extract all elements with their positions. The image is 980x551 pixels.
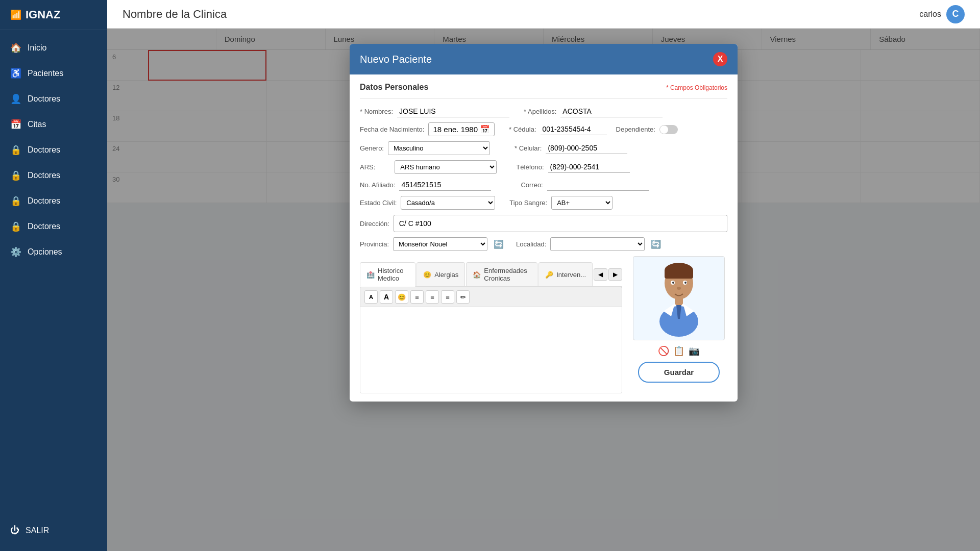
clinic-name: Nombre de la Clinica — [122, 8, 227, 21]
tab-interven[interactable]: 🔑 Interven... — [538, 262, 593, 286]
form-row-direccion: Dirección: — [360, 215, 727, 232]
lock3-icon: 🔒 — [10, 195, 21, 207]
sidebar-item-pacientes[interactable]: ♿ Pacientes — [0, 61, 107, 86]
sidebar-label-citas: Citas — [28, 120, 46, 129]
sidebar-item-salir[interactable]: ⏻ SALIR — [10, 520, 97, 541]
modal-close-button[interactable]: X — [713, 52, 727, 66]
fecha-input[interactable]: 18 ene. 1980 📅 — [428, 122, 495, 136]
apellidos-input[interactable] — [560, 106, 663, 117]
modal-title: Nuevo Paciente — [360, 54, 432, 65]
fecha-value: 18 ene. 1980 — [433, 125, 478, 134]
provincia-label: Provincia: — [360, 240, 389, 248]
sidebar: 📶 IGNAZ 🏠 Inicio ♿ Pacientes 👤 Doctores … — [0, 0, 107, 551]
fecha-label: Fecha de Nacimiento: — [360, 126, 424, 133]
sidebar-label-opciones: Opciones — [28, 247, 62, 257]
localidad-select[interactable] — [550, 237, 645, 251]
modal-body: Datos Personales * Campos Obligatorios *… — [350, 74, 738, 402]
dependiente-toggle[interactable] — [659, 125, 678, 134]
sidebar-label-salir: SALIR — [26, 526, 49, 535]
svg-rect-2 — [665, 269, 693, 279]
user-section: carlos C — [919, 5, 965, 23]
doctores1-icon: 👤 — [10, 93, 21, 105]
sidebar-item-opciones[interactable]: ⚙️ Opciones — [0, 239, 107, 265]
toolbar-font-size-btn[interactable]: A — [380, 290, 393, 304]
lock2-icon: 🔒 — [10, 170, 21, 181]
afiliado-input[interactable] — [399, 179, 491, 191]
sidebar-item-doctores1[interactable]: 👤 Doctores — [0, 86, 107, 112]
toolbar-align-right-btn[interactable]: ≡ — [441, 290, 454, 304]
home-icon: 🏠 — [10, 42, 21, 54]
sidebar-item-doctores5[interactable]: 🔒 Doctores — [0, 214, 107, 239]
sidebar-label-inicio: Inicio — [28, 43, 46, 53]
tabs-bar: 🏥 Historico Medico 😊 Alergias 🏠 Enferme — [360, 262, 622, 287]
lock1-icon: 🔒 — [10, 144, 21, 156]
provincia-select[interactable]: Monseñor Nouel — [393, 237, 487, 251]
estado-label: Estado Civil: — [360, 199, 397, 207]
calendar-area: Domingo Lunes Martes Miércoles Jueves Vi… — [107, 29, 980, 551]
estado-civil-select[interactable]: Casado/a Soltero/a Divorciado/a — [401, 196, 495, 210]
toolbar-align-left-btn[interactable]: ≡ — [410, 290, 424, 304]
tab-historico-icon: 🏥 — [366, 271, 375, 279]
toolbar-pencil-btn[interactable]: ✏ — [456, 290, 470, 304]
ars-select[interactable]: ARS humano — [395, 160, 497, 174]
tab-nav-left[interactable]: ◀ — [594, 268, 607, 281]
tab-alergias-icon: 😊 — [423, 271, 431, 279]
form-row-fecha: Fecha de Nacimiento: 18 ene. 1980 📅 * Cé… — [360, 122, 727, 136]
gear-icon: ⚙️ — [10, 246, 21, 258]
username: carlos — [919, 10, 941, 19]
toolbar-emoji-btn[interactable]: 😊 — [395, 290, 408, 304]
citas-icon: 📅 — [10, 119, 21, 130]
modal-header: Nuevo Paciente X — [350, 44, 738, 74]
sidebar-item-inicio[interactable]: 🏠 Inicio — [0, 35, 107, 61]
svg-point-6 — [684, 282, 687, 284]
photo-camera-btn[interactable]: 📷 — [689, 345, 700, 357]
editor-area[interactable] — [360, 307, 622, 393]
provincia-refresh-icon[interactable]: 🔄 — [494, 239, 504, 249]
nombres-input[interactable] — [397, 106, 509, 117]
sidebar-label-doctores2: Doctores — [28, 145, 60, 155]
tab-nav-right[interactable]: ▶ — [608, 268, 622, 281]
pacientes-icon: ♿ — [10, 68, 21, 79]
tipo-sangre-select[interactable]: AB+ A+ B+ O+ — [551, 196, 612, 210]
tab-alergias-label: Alergias — [434, 271, 458, 279]
toolbar-font-btn[interactable]: A — [364, 290, 378, 304]
telefono-input[interactable] — [548, 161, 630, 173]
sidebar-item-citas[interactable]: 📅 Citas — [0, 112, 107, 137]
celular-input[interactable] — [546, 142, 627, 154]
sidebar-logo: 📶 IGNAZ — [0, 0, 107, 30]
correo-label: Correo: — [521, 181, 543, 189]
form-row-nombres: * Nombres: * Apellidos: — [360, 106, 727, 117]
tab-alergias[interactable]: 😊 Alergias — [416, 262, 465, 286]
form-row-afiliado: No. Afiliado: Correo: — [360, 179, 727, 191]
photo-edit-btn[interactable]: 📋 — [673, 345, 684, 357]
photo-delete-btn[interactable]: 🚫 — [658, 345, 669, 357]
tab-enfermedades-label: Enfermedades Cronicas — [484, 267, 531, 282]
sidebar-item-doctores3[interactable]: 🔒 Doctores — [0, 163, 107, 188]
nuevo-paciente-modal: Nuevo Paciente X Datos Personales * Camp… — [350, 44, 738, 402]
avatar-svg — [643, 260, 715, 337]
modal-overlay: Nuevo Paciente X Datos Personales * Camp… — [107, 29, 980, 551]
calendar-icon[interactable]: 📅 — [480, 124, 490, 134]
tab-historico[interactable]: 🏥 Historico Medico — [360, 262, 415, 287]
tab-interven-label: Interven... — [556, 271, 586, 279]
save-button[interactable]: Guardar — [638, 362, 720, 383]
localidad-refresh-icon[interactable]: 🔄 — [651, 239, 661, 249]
genero-select[interactable]: Masculino Femenino — [388, 141, 490, 155]
avatar: C — [946, 5, 965, 23]
apellidos-label: * Apellidos: — [524, 108, 556, 115]
svg-point-5 — [672, 282, 674, 284]
tab-interven-icon: 🔑 — [545, 271, 553, 279]
direccion-input[interactable] — [394, 215, 727, 232]
form-row-estado: Estado Civil: Casado/a Soltero/a Divorci… — [360, 196, 727, 210]
form-row-ars: ARS: ARS humano Téléfono: — [360, 160, 727, 174]
sidebar-item-doctores4[interactable]: 🔒 Doctores — [0, 188, 107, 214]
toolbar-align-center-btn[interactable]: ≡ — [426, 290, 439, 304]
required-note: * Campos Obligatorios — [666, 84, 727, 91]
sidebar-item-doctores2[interactable]: 🔒 Doctores — [0, 137, 107, 163]
section-title: Datos Personales — [360, 83, 428, 92]
bottom-section: 🏥 Historico Medico 😊 Alergias 🏠 Enferme — [360, 256, 727, 393]
tab-enfermedades[interactable]: 🏠 Enfermedades Cronicas — [466, 262, 537, 286]
correo-input[interactable] — [547, 179, 649, 191]
cedula-input[interactable] — [541, 123, 607, 135]
wifi-icon: 📶 — [10, 9, 21, 20]
